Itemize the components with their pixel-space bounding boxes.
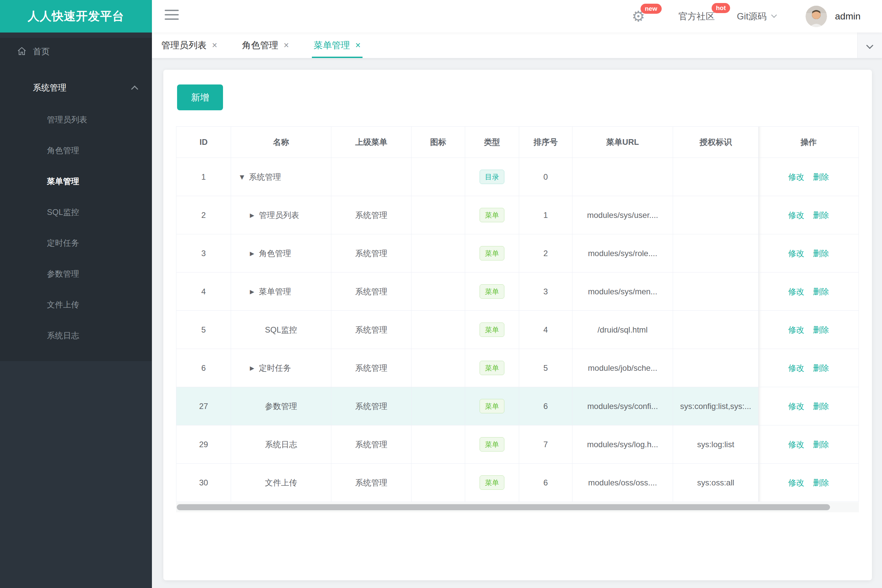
cell-icon <box>412 273 465 311</box>
sidebar-item-参数管理[interactable]: 参数管理 <box>0 258 152 289</box>
edit-link[interactable]: 修改 <box>788 478 804 487</box>
edit-link[interactable]: 修改 <box>788 402 804 411</box>
cell-auth <box>673 311 759 349</box>
menu-name: 菜单管理 <box>259 286 291 297</box>
git-source-dropdown[interactable]: Git源码 <box>737 10 776 22</box>
cell-icon <box>412 425 465 464</box>
expand-arrow-icon[interactable]: ▶ <box>250 365 254 372</box>
cell-url: modules/job/sche... <box>572 349 673 387</box>
cell-url: modules/sys/men... <box>572 273 673 311</box>
sidebar-group-system[interactable]: 系统管理 <box>0 74 152 101</box>
cell-id: 5 <box>176 311 231 349</box>
table-row: 29系统日志系统管理菜单7modules/sys/log.h...sys:log… <box>176 425 859 464</box>
delete-link[interactable]: 删除 <box>813 287 829 296</box>
edit-link[interactable]: 修改 <box>788 210 804 220</box>
sidebar-item-home[interactable]: 首页 <box>0 38 152 65</box>
sidebar-item-SQL监控[interactable]: SQL监控 <box>0 197 152 228</box>
cell-url: modules/sys/user.... <box>572 196 673 234</box>
tab-角色管理[interactable]: 角色管理× <box>242 33 289 58</box>
tab-close-icon[interactable]: × <box>284 40 289 51</box>
cell-parent: 系统管理 <box>331 387 412 425</box>
cell-icon <box>412 349 465 387</box>
type-badge: 菜单 <box>479 476 504 490</box>
delete-link[interactable]: 删除 <box>813 478 829 487</box>
scrollbar-thumb[interactable] <box>177 504 830 510</box>
cell-parent: 系统管理 <box>331 234 412 273</box>
cell-order: 6 <box>519 464 572 502</box>
expand-arrow-icon[interactable]: ▶ <box>250 250 254 257</box>
cell-icon <box>412 464 465 502</box>
delete-link[interactable]: 删除 <box>813 172 829 182</box>
tab-菜单管理[interactable]: 菜单管理× <box>314 33 361 58</box>
cell-parent: 系统管理 <box>331 196 412 234</box>
collapse-arrow-icon[interactable]: ▼ <box>240 174 244 180</box>
tab-overflow-button[interactable] <box>857 33 882 58</box>
sidebar-home-label: 首页 <box>33 46 50 57</box>
cell-parent: 系统管理 <box>331 425 412 464</box>
sidebar-item-定时任务[interactable]: 定时任务 <box>0 228 152 258</box>
edit-link[interactable]: 修改 <box>788 287 804 296</box>
sidebar-item-菜单管理[interactable]: 菜单管理 <box>0 166 152 197</box>
chevron-down-icon <box>771 12 777 18</box>
add-button[interactable]: 新增 <box>177 84 223 110</box>
content-card: 新增 ID名称上级菜单图标类型排序号菜单URL授权标识操作 1▼系统管理目录0修… <box>163 70 872 580</box>
cell-actions: 修改删除 <box>759 158 859 196</box>
delete-link[interactable]: 删除 <box>813 210 829 220</box>
edit-link[interactable]: 修改 <box>788 440 804 449</box>
cell-auth <box>673 196 759 234</box>
delete-link[interactable]: 删除 <box>813 363 829 372</box>
cell-order: 5 <box>519 349 572 387</box>
edit-link[interactable]: 修改 <box>788 249 804 258</box>
table-row: 4▶菜单管理系统管理菜单3modules/sys/men...修改删除 <box>176 273 859 311</box>
tab-管理员列表[interactable]: 管理员列表× <box>161 33 217 58</box>
delete-link[interactable]: 删除 <box>813 402 829 411</box>
expand-arrow-icon[interactable]: ▶ <box>250 288 254 295</box>
cell-url: modules/sys/log.h... <box>572 425 673 464</box>
table-body: 1▼系统管理目录0修改删除2▶管理员列表系统管理菜单1modules/sys/u… <box>176 158 859 502</box>
username[interactable]: admin <box>835 11 861 22</box>
tab-close-icon[interactable]: × <box>356 40 361 51</box>
hamburger-icon <box>165 10 179 11</box>
delete-link[interactable]: 删除 <box>813 249 829 258</box>
type-badge: 目录 <box>479 170 504 184</box>
type-badge: 菜单 <box>479 361 504 375</box>
delete-link[interactable]: 删除 <box>813 440 829 449</box>
sidebar-item-系统日志[interactable]: 系统日志 <box>0 320 152 351</box>
column-header-图标: 图标 <box>412 127 465 158</box>
edit-link[interactable]: 修改 <box>788 325 804 334</box>
header-actions: ⚙ new 官方社区 hot Git源码 admin <box>632 0 861 33</box>
delete-link[interactable]: 删除 <box>813 325 829 334</box>
cell-parent <box>331 158 412 196</box>
settings-button[interactable]: ⚙ new <box>632 9 645 24</box>
horizontal-scrollbar <box>176 502 859 512</box>
cell-parent: 系统管理 <box>331 273 412 311</box>
sidebar-item-文件上传[interactable]: 文件上传 <box>0 289 152 320</box>
community-link[interactable]: 官方社区 hot <box>678 10 715 22</box>
cell-type: 目录 <box>465 158 519 196</box>
top-header: ⚙ new 官方社区 hot Git源码 admin <box>152 0 882 33</box>
cell-auth <box>673 158 759 196</box>
cell-id: 3 <box>176 234 231 273</box>
cell-type: 菜单 <box>465 349 519 387</box>
edit-link[interactable]: 修改 <box>788 363 804 372</box>
tabs: 管理员列表×角色管理×菜单管理× <box>161 33 385 58</box>
expand-arrow-icon[interactable]: ▶ <box>250 212 254 219</box>
cell-icon <box>412 387 465 425</box>
edit-link[interactable]: 修改 <box>788 172 804 182</box>
sidebar-group-label: 系统管理 <box>33 82 132 93</box>
sidebar-item-管理员列表[interactable]: 管理员列表 <box>0 104 152 135</box>
sidebar-item-角色管理[interactable]: 角色管理 <box>0 135 152 166</box>
column-header-授权标识: 授权标识 <box>673 127 759 158</box>
avatar[interactable] <box>805 6 827 27</box>
table-row: 1▼系统管理目录0修改删除 <box>176 158 859 196</box>
cell-parent: 系统管理 <box>331 464 412 502</box>
cell-name: 参数管理 <box>231 387 331 425</box>
tab-close-icon[interactable]: × <box>212 40 217 51</box>
cell-id: 2 <box>176 196 231 234</box>
sidebar-toggle-button[interactable] <box>165 10 179 20</box>
cell-actions: 修改删除 <box>759 425 859 464</box>
cell-actions: 修改删除 <box>759 234 859 273</box>
git-source-label: Git源码 <box>737 10 766 22</box>
menu-name: 系统管理 <box>249 172 281 182</box>
cell-parent: 系统管理 <box>331 311 412 349</box>
